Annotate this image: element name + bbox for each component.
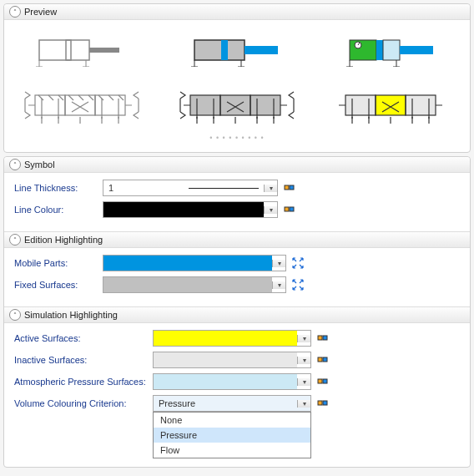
colour-swatch-gray — [103, 277, 272, 292]
thickness-preview-line — [189, 188, 259, 189]
svg-rect-42 — [323, 336, 327, 340]
svg-rect-37 — [285, 185, 289, 190]
svg-rect-44 — [323, 357, 327, 362]
chevron-down-icon: ▾ — [264, 185, 277, 192]
svg-rect-1 — [66, 40, 71, 60]
svg-rect-41 — [318, 336, 322, 340]
mobile-parts-label: Mobile Parts: — [14, 258, 98, 268]
svg-rect-38 — [290, 185, 294, 190]
atmos-surfaces-field[interactable]: ▾ — [153, 373, 311, 390]
chevron-down-icon: ▾ — [297, 335, 310, 342]
svg-rect-14 — [350, 40, 376, 60]
chevron-up-icon: ˄ — [9, 234, 21, 246]
option-none[interactable]: None — [154, 413, 310, 428]
colour-swatch-lightblue — [154, 374, 297, 389]
active-surfaces-label: Active Surfaces: — [14, 333, 148, 343]
expand-button[interactable] — [291, 278, 305, 291]
svg-rect-17 — [400, 46, 433, 54]
svg-rect-31 — [345, 95, 376, 115]
line-colour-field[interactable]: ▾ — [103, 201, 278, 218]
chevron-up-icon: ˄ — [9, 6, 21, 18]
volume-criterion-select[interactable]: Pressure ▾ None Pressure Flow — [153, 395, 311, 412]
preview-header[interactable]: ˄ Preview — [4, 4, 470, 20]
svg-rect-43 — [318, 357, 322, 362]
svg-rect-39 — [285, 207, 289, 211]
symbol-title: Symbol — [24, 160, 55, 170]
volume-criterion-options: None Pressure Flow — [153, 412, 311, 458]
preview-cylinder-mobile — [174, 28, 300, 72]
symbol-panel: ˄ Symbol Line Thickness: 1 ▾ Line Colour… — [3, 156, 471, 468]
preview-valve-mobile — [174, 85, 300, 129]
simulation-title: Simulation Highlighting — [24, 310, 118, 320]
svg-rect-32 — [376, 95, 406, 115]
atmos-surfaces-label: Atmospheric Pressure Surfaces: — [14, 377, 148, 387]
expand-button[interactable] — [291, 256, 305, 270]
active-surfaces-field[interactable]: ▾ — [153, 330, 311, 347]
reset-button[interactable] — [283, 181, 296, 195]
colour-swatch-blue — [103, 256, 272, 271]
line-colour-label: Line Colour: — [14, 205, 98, 215]
reset-button[interactable] — [316, 397, 330, 410]
reset-button[interactable] — [316, 353, 330, 367]
volume-criterion-label: Volume Colouring Criterion: — [14, 398, 148, 408]
svg-rect-47 — [318, 401, 322, 405]
option-flow[interactable]: Flow — [154, 443, 310, 458]
inactive-surfaces-label: Inactive Surfaces: — [14, 355, 148, 365]
option-pressure[interactable]: Pressure — [154, 428, 310, 443]
colour-swatch-black — [103, 202, 264, 217]
simulation-header[interactable]: ˄ Simulation Highlighting — [4, 306, 470, 323]
chevron-down-icon: ▾ — [297, 357, 310, 364]
svg-rect-9 — [245, 46, 278, 54]
chevron-down-icon: ▾ — [264, 206, 277, 214]
chevron-down-icon: ▾ — [272, 260, 285, 267]
edition-header[interactable]: ˄ Edition Highlighting — [4, 231, 470, 248]
svg-rect-45 — [318, 379, 322, 383]
colour-swatch-yellow — [154, 331, 297, 346]
preview-valve-normal — [19, 85, 144, 129]
svg-rect-40 — [290, 207, 294, 211]
line-thickness-value: 1 — [103, 183, 184, 193]
chevron-down-icon: ▾ — [272, 281, 285, 289]
line-thickness-select[interactable]: 1 ▾ — [103, 180, 278, 196]
svg-rect-0 — [39, 40, 89, 60]
svg-rect-24 — [35, 95, 65, 115]
fixed-surfaces-field[interactable]: ▾ — [103, 276, 286, 293]
pager-dots: • • • • • • • • • — [19, 134, 455, 142]
svg-rect-48 — [323, 401, 327, 405]
mobile-parts-field[interactable]: ▾ — [103, 255, 286, 271]
svg-rect-26 — [95, 95, 125, 115]
line-thickness-label: Line Thickness: — [14, 183, 98, 193]
reset-button[interactable] — [283, 203, 296, 216]
svg-rect-16 — [383, 40, 400, 60]
reset-button[interactable] — [316, 375, 330, 388]
edition-title: Edition Highlighting — [24, 235, 103, 245]
chevron-up-icon: ˄ — [9, 159, 21, 170]
svg-rect-15 — [376, 40, 383, 60]
svg-rect-7 — [194, 40, 245, 60]
svg-rect-8 — [221, 40, 228, 60]
preview-body: • • • • • • • • • — [4, 20, 470, 152]
inactive-surfaces-field[interactable]: ▾ — [153, 352, 311, 368]
volume-criterion-value: Pressure — [154, 398, 297, 408]
chevron-up-icon: ˄ — [9, 309, 21, 321]
chevron-down-icon: ▾ — [297, 378, 310, 386]
preview-cylinder-normal — [19, 28, 144, 72]
reset-button[interactable] — [316, 332, 330, 345]
preview-title: Preview — [24, 7, 57, 17]
fixed-surfaces-label: Fixed Surfaces: — [14, 280, 98, 290]
chevron-down-icon: ▾ — [297, 400, 310, 408]
colour-swatch-lightgray — [154, 352, 297, 367]
preview-panel: ˄ Preview — [3, 3, 471, 153]
svg-rect-33 — [406, 95, 436, 115]
svg-rect-46 — [323, 379, 327, 383]
preview-valve-simulation — [330, 85, 455, 129]
preview-cylinder-simulation — [330, 28, 455, 72]
svg-rect-27 — [190, 95, 280, 115]
svg-rect-25 — [65, 95, 95, 115]
symbol-header[interactable]: ˄ Symbol — [4, 157, 470, 173]
